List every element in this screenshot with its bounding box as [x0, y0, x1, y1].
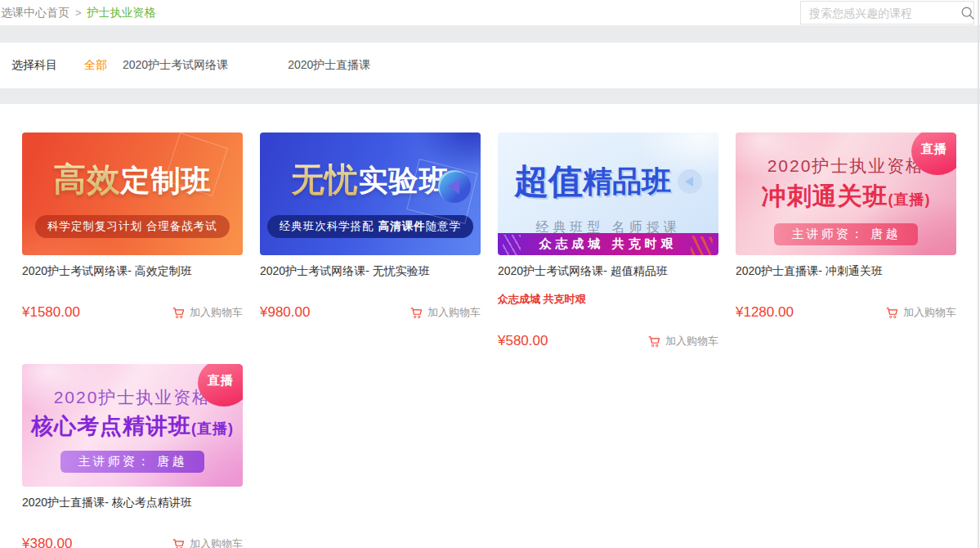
price-row: ¥1580.00 加入购物车: [22, 304, 243, 321]
course-title[interactable]: 2020护士考试网络课- 无忧实验班: [260, 263, 481, 279]
banner-line2-suffix: (直播): [191, 420, 234, 437]
course-card-hexin: 直播 2020护士执业资格 核心考点精讲班(直播) 主讲师资： 唐越 2020护…: [22, 364, 243, 548]
divider-band-bottom: [0, 88, 980, 104]
banner-heading-rest: 精品班: [583, 162, 671, 202]
filter-option-network-course[interactable]: 2020护士考试网络课: [123, 58, 228, 73]
cart-label: 加入购物车: [427, 305, 481, 320]
price-row: ¥980.00 加入购物车: [260, 304, 481, 321]
course-title[interactable]: 2020护士直播课- 冲刺通关班: [736, 263, 956, 279]
cart-label: 加入购物车: [190, 537, 243, 548]
cart-icon: [172, 537, 186, 548]
play-icon: [438, 170, 471, 203]
banner-line2-suffix: (直播): [888, 191, 931, 208]
course-banner[interactable]: 直播 2020护士执业资格 冲刺通关班(直播) 主讲师资： 唐越: [736, 133, 956, 255]
teacher-pill: 主讲师资： 唐越: [774, 223, 917, 245]
banner-heading-em: 超值: [514, 159, 583, 204]
filter-label: 选择科目: [11, 58, 57, 73]
banner-pill: 科学定制复习计划 合理备战考试: [35, 215, 230, 238]
search-input[interactable]: [801, 7, 960, 20]
course-tag: 众志成城 共克时艰: [498, 293, 718, 306]
add-to-cart-button[interactable]: 加入购物车: [885, 305, 956, 320]
breadcrumb-home-link[interactable]: 选课中心首页: [1, 6, 69, 20]
search-icon[interactable]: [960, 6, 975, 20]
banner-heading-em: 高效: [54, 157, 121, 202]
cart-icon: [409, 306, 423, 320]
course-card-chongci: 直播 2020护士执业资格 冲刺通关班(直播) 主讲师资： 唐越 2020护士直…: [736, 133, 956, 321]
course-title[interactable]: 2020护士考试网络课- 超值精品班: [498, 263, 718, 279]
add-to-cart-button[interactable]: 加入购物车: [409, 305, 481, 320]
course-banner[interactable]: 超值 精品班 经典班型 名师授课 众志成城 共克时艰: [498, 133, 718, 255]
course-card-wuyou: 无忧 实验班 经典班次科学搭配 高清课件随意学 2020护士考试网络课- 无忧实…: [260, 133, 481, 321]
teacher-pill: 主讲师资： 唐越: [60, 451, 204, 473]
add-to-cart-button[interactable]: 加入购物车: [647, 334, 718, 348]
banner-line2: 核心考点精讲班(直播): [22, 411, 243, 441]
course-grid: 高效 定制班 科学定制复习计划 合理备战考试 2020护士考试网络课- 高效定制…: [0, 104, 980, 548]
banner-heading-em: 无忧: [292, 157, 359, 202]
banner-heading: 超值 精品班: [498, 159, 718, 204]
cart-icon: [885, 306, 899, 320]
course-price: ¥980.00: [260, 304, 310, 321]
price-row: ¥1280.00 加入购物车: [736, 304, 956, 321]
live-badge-label: 直播: [208, 373, 234, 389]
course-price: ¥1580.00: [22, 304, 80, 321]
banner-strip-text: 众志成城 共克时艰: [539, 236, 677, 252]
banner-strip: 众志成城 共克时艰: [498, 233, 718, 255]
course-price: ¥580.00: [498, 333, 548, 349]
play-icon: [678, 169, 702, 194]
filter-option-live-course[interactable]: 2020护士直播课: [288, 58, 370, 73]
price-row: ¥380.00 加入购物车: [22, 536, 243, 548]
price-row: ¥580.00 加入购物车: [498, 333, 718, 349]
add-to-cart-button[interactable]: 加入购物车: [172, 305, 243, 320]
search-box: [800, 1, 974, 25]
banner-line2-main: 冲刺通关班: [762, 182, 888, 209]
course-banner[interactable]: 直播 2020护士执业资格 核心考点精讲班(直播) 主讲师资： 唐越: [22, 364, 243, 487]
course-card-chaozhi: 超值 精品班 经典班型 名师授课 众志成城 共克时艰 2020护士考试网络课- …: [498, 133, 718, 349]
breadcrumb-bar: 选课中心首页 > 护士执业资格: [0, 0, 980, 25]
breadcrumb-separator: >: [75, 7, 82, 19]
breadcrumb: 选课中心首页 > 护士执业资格: [1, 6, 156, 20]
course-title[interactable]: 2020护士直播课- 核心考点精讲班: [22, 494, 243, 510]
subject-filter: 选择科目 全部 2020护士考试网络课 2020护士直播课: [0, 43, 980, 88]
course-price: ¥1280.00: [736, 304, 794, 321]
course-price: ¥380.00: [22, 536, 72, 548]
cart-label: 加入购物车: [903, 305, 956, 320]
course-banner[interactable]: 无忧 实验班 经典班次科学搭配 高清课件随意学: [260, 133, 481, 255]
cart-label: 加入购物车: [190, 305, 243, 320]
live-badge-label: 直播: [921, 141, 947, 157]
cart-label: 加入购物车: [665, 334, 718, 348]
add-to-cart-button[interactable]: 加入购物车: [172, 537, 243, 548]
pill-text: 经典班次科学搭配: [280, 220, 378, 232]
banner-line2: 冲刺通关班(直播): [736, 180, 956, 213]
course-card-gaoxiao: 高效 定制班 科学定制复习计划 合理备战考试 2020护士考试网络课- 高效定制…: [22, 133, 243, 321]
cart-icon: [647, 335, 661, 348]
banner-line2-main: 核心考点精讲班: [31, 414, 191, 438]
page-right-divider: [978, 0, 979, 548]
course-title[interactable]: 2020护士考试网络课- 高效定制班: [22, 263, 243, 279]
cart-icon: [172, 306, 186, 320]
course-banner[interactable]: 高效 定制班 科学定制复习计划 合理备战考试: [22, 133, 243, 255]
breadcrumb-current: 护士执业资格: [87, 6, 156, 20]
filter-option-all[interactable]: 全部: [84, 58, 107, 73]
divider-band-top: [0, 25, 980, 43]
course-selection-page: 选课中心首页 > 护士执业资格 选择科目 全部 2020护士考试网络课 2020…: [0, 0, 980, 548]
pill-text-bold: 高清课件: [378, 220, 426, 232]
